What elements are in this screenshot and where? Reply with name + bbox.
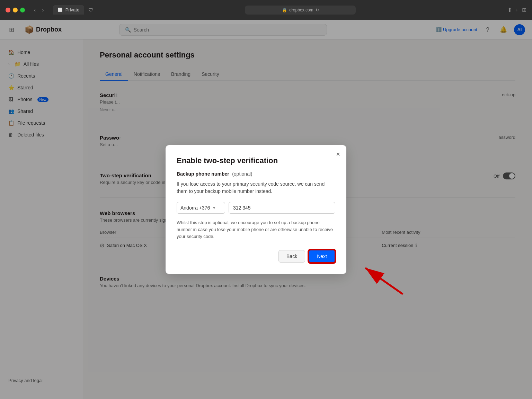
tab-icon: ⬜ (58, 8, 63, 12)
browser-actions: ⬆ + ⊞ (507, 7, 526, 13)
shield-icon: 🛡 (88, 7, 94, 13)
share-button[interactable]: ⬆ (507, 7, 512, 13)
modal-field-header: Backup phone number (optional) (177, 171, 335, 177)
close-button[interactable] (6, 8, 10, 12)
lock-icon: 🔒 (282, 8, 287, 12)
maximize-button[interactable] (20, 8, 25, 12)
field-label: Backup phone number (177, 171, 229, 177)
address-bar-wrap: 🔒 dropbox.com ↻ (98, 6, 503, 15)
modal-close-button[interactable]: × (336, 151, 340, 158)
modal-note: Whilst this step is optional, we encoura… (177, 219, 335, 240)
browser-nav: ‹ › (32, 6, 46, 15)
address-bar[interactable]: 🔒 dropbox.com ↻ (245, 6, 356, 15)
modal-overlay: Enable two-step verification × Backup ph… (0, 20, 532, 399)
tab-area: ⬜ Private (53, 5, 84, 15)
forward-nav-button[interactable]: › (40, 6, 46, 15)
minimize-button[interactable] (13, 8, 18, 12)
new-tab-button[interactable]: + (515, 7, 518, 13)
modal-title: Enable two-step verification (177, 156, 335, 165)
country-select[interactable]: Andorra +376 ▼ (177, 202, 225, 214)
modal-wrapper: Enable two-step verification × Backup ph… (166, 145, 366, 274)
traffic-lights (6, 8, 25, 12)
phone-input[interactable] (229, 202, 335, 214)
modal: Enable two-step verification × Backup ph… (166, 145, 346, 274)
tab-label: Private (65, 7, 79, 12)
modal-description: If you lose access to your primary secur… (177, 180, 335, 195)
browser-tab[interactable]: ⬜ Private (53, 5, 84, 15)
svg-line-1 (365, 268, 403, 294)
reload-icon[interactable]: ↻ (316, 8, 319, 12)
arrow-annotation (349, 257, 411, 302)
back-button[interactable]: Back (278, 250, 305, 263)
address-text: dropbox.com (289, 8, 313, 12)
grid-view-button[interactable]: ⊞ (522, 7, 526, 13)
next-button[interactable]: Next (309, 250, 335, 263)
chevron-down-icon: ▼ (212, 205, 216, 210)
country-value: Andorra +376 (180, 205, 210, 211)
back-nav-button[interactable]: ‹ (32, 6, 38, 15)
modal-actions: Back Next (177, 250, 335, 263)
phone-row: Andorra +376 ▼ (177, 202, 335, 214)
field-optional: (optional) (232, 171, 252, 177)
browser-chrome: ‹ › ⬜ Private 🛡 🔒 dropbox.com ↻ ⬆ + ⊞ (0, 0, 532, 20)
